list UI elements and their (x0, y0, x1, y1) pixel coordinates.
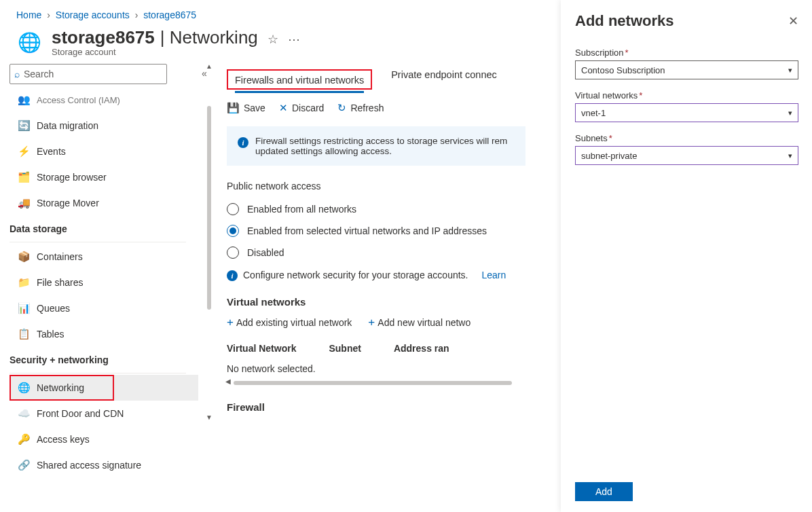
sidebar-item-events[interactable]: ⚡ Events (10, 139, 198, 164)
chevron-down-icon: ▾ (788, 151, 792, 160)
resource-name: storage8675 (52, 27, 155, 48)
save-icon: 💾 (227, 102, 240, 114)
add-button[interactable]: Add (575, 482, 633, 501)
info-text: Firewall settings restricting access to … (255, 136, 507, 156)
sidebar: ⌕ Search « 👥 Access Control (IAM) 🔄 Data… (0, 57, 198, 502)
close-panel-button[interactable]: ✕ (788, 14, 798, 29)
virtual-networks-dropdown[interactable]: vnet-1▾ (575, 103, 798, 122)
storage-account-icon: 🌐 (16, 29, 42, 55)
sidebar-search[interactable]: ⌕ Search (10, 64, 167, 84)
mover-icon: 🚚 (18, 197, 30, 209)
browser-icon: 🗂️ (18, 171, 30, 183)
sidebar-item-storage-browser[interactable]: 🗂️ Storage browser (10, 164, 198, 190)
chevron-down-icon: ▾ (788, 66, 792, 75)
events-icon: ⚡ (18, 145, 30, 158)
front-door-icon: ☁️ (18, 407, 30, 420)
sidebar-item-label: Containers (37, 251, 83, 262)
sidebar-item-label: File shares (37, 277, 83, 288)
breadcrumb-resource[interactable]: storage8675 (143, 10, 196, 20)
page-title: | Networking (160, 27, 258, 48)
sidebar-item-label: Events (37, 146, 66, 157)
sidebar-item-storage-mover[interactable]: 🚚 Storage Mover (10, 190, 198, 216)
panel-title: Add networks (575, 12, 673, 30)
horizontal-scrollbar[interactable]: ◀ (227, 378, 519, 388)
highlight-box: Firewalls and virtual networks (227, 69, 372, 90)
plus-icon: + (368, 316, 375, 329)
virtual-networks-label: Virtual networks* (575, 90, 798, 100)
chevron-down-icon: ▾ (788, 109, 792, 117)
queues-icon: 📊 (18, 302, 30, 314)
radio-icon (227, 225, 239, 237)
save-button[interactable]: 💾Save (227, 102, 265, 114)
sidebar-item-label: Front Door and CDN (37, 408, 124, 419)
favorite-star-icon[interactable]: ☆ (267, 32, 278, 47)
sidebar-item-file-shares[interactable]: 📁 File shares (10, 270, 198, 295)
subscription-dropdown[interactable]: Contoso Subscription▾ (575, 60, 798, 79)
scroll-left-icon[interactable]: ◀ (225, 378, 231, 385)
add-networks-panel: Add networks ✕ Subscription* Contoso Sub… (561, 0, 812, 512)
people-icon: 👥 (18, 94, 30, 106)
divider (10, 373, 186, 373)
refresh-button[interactable]: ↻Refresh (337, 102, 384, 114)
sidebar-item-label: Storage Mover (37, 198, 99, 208)
radio-label: Disabled (247, 247, 284, 258)
add-existing-vnet-button[interactable]: +Add existing virtual network (227, 316, 352, 329)
plus-icon: + (227, 316, 234, 329)
sidebar-item-containers[interactable]: 📦 Containers (10, 244, 198, 270)
discard-button[interactable]: ✕Discard (279, 102, 324, 114)
highlight-box (10, 375, 114, 401)
divider (10, 242, 186, 242)
tables-icon: 📋 (18, 328, 30, 340)
sidebar-item-sas[interactable]: 🔗 Shared access signature (10, 452, 198, 478)
radio-icon (227, 203, 239, 215)
key-icon: 🔑 (18, 433, 30, 445)
breadcrumb-storage-accounts[interactable]: Storage accounts (56, 10, 130, 20)
radio-label: Enabled from selected virtual networks a… (247, 225, 487, 236)
col-subnet: Subnet (329, 343, 361, 354)
sidebar-item-label: Tables (37, 329, 64, 340)
subnets-label: Subnets* (575, 133, 798, 143)
chevron-right-icon: › (47, 10, 50, 20)
info-icon: i (238, 137, 248, 148)
sidebar-item-label: Shared access signature (37, 460, 141, 471)
col-vnet: Virtual Network (227, 343, 296, 354)
resource-type: Storage account (52, 47, 300, 57)
sidebar-item-iam-truncated[interactable]: 👥 Access Control (IAM) (10, 87, 198, 113)
sidebar-item-label: Storage browser (37, 172, 107, 183)
sidebar-item-front-door[interactable]: ☁️ Front Door and CDN (10, 401, 198, 426)
chevron-right-icon: › (135, 10, 139, 20)
learn-more-link[interactable]: Learn (481, 270, 506, 280)
refresh-icon: ↻ (337, 102, 346, 114)
containers-icon: 📦 (18, 251, 30, 263)
info-banner: i Firewall settings restricting access t… (227, 126, 525, 166)
breadcrumb-home[interactable]: Home (16, 10, 41, 20)
discard-icon: ✕ (279, 102, 288, 114)
tab-private-endpoint[interactable]: Private endpoint connec (391, 69, 497, 90)
sidebar-item-queues[interactable]: 📊 Queues (10, 295, 198, 321)
col-address-range: Address ran (394, 343, 449, 354)
sidebar-group-security-networking: Security + networking (10, 347, 198, 373)
files-icon: 📁 (18, 276, 30, 289)
sas-icon: 🔗 (18, 459, 30, 471)
search-placeholder: Search (24, 69, 54, 79)
add-new-vnet-button[interactable]: +Add new virtual netwo (368, 316, 470, 329)
subscription-label: Subscription* (575, 48, 798, 58)
sidebar-item-data-migration[interactable]: 🔄 Data migration (10, 113, 198, 139)
migration-icon: 🔄 (18, 120, 30, 132)
sidebar-item-tables[interactable]: 📋 Tables (10, 321, 198, 347)
radio-icon (227, 246, 239, 259)
search-icon: ⌕ (14, 69, 20, 79)
radio-label: Enabled from all networks (247, 204, 356, 215)
tab-firewalls-vnets[interactable]: Firewalls and virtual networks (235, 75, 364, 93)
sidebar-item-label: Access keys (37, 434, 90, 445)
subnets-dropdown[interactable]: subnet-private▾ (575, 146, 798, 165)
sidebar-item-label: Queues (37, 303, 70, 314)
more-actions-icon[interactable]: ⋯ (288, 32, 300, 47)
sidebar-item-label: Data migration (37, 120, 98, 131)
info-icon: i (227, 270, 238, 281)
sidebar-item-access-keys[interactable]: 🔑 Access keys (10, 426, 198, 452)
sidebar-group-data-storage: Data storage (10, 216, 198, 242)
